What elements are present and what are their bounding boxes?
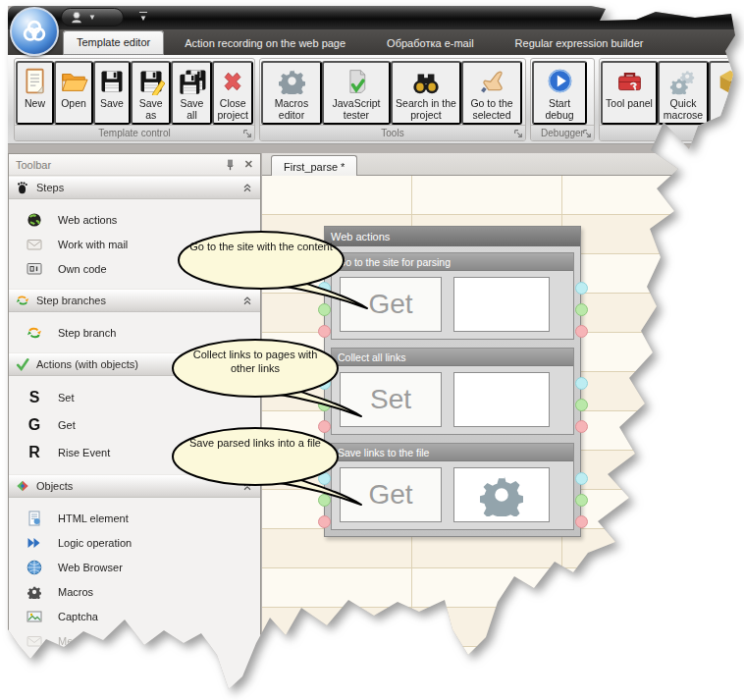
save-icon [98,65,126,97]
envelope-icon [26,237,43,252]
collapse-chevrons-icon[interactable] [241,182,253,193]
callout-collect-links: Collect links to pages with other links [169,338,365,424]
ribbon-tab-bar: Template editor Action recording on the … [8,29,736,55]
picture-icon [26,609,43,624]
script-check-icon [343,65,370,97]
gear-icon [279,65,305,97]
connection-point-pink[interactable] [575,515,588,528]
open-folder-icon [59,65,88,97]
ribbon-group-tools: Macros editor JavaScript tester Search i… [259,58,526,141]
package-icon [716,65,744,97]
customize-quick-access-icon[interactable]: ▼ [139,12,147,23]
open-button[interactable]: Open [54,61,93,125]
globe-icon[interactable] [453,277,550,332]
flow-block-collect-links[interactable]: Collect all links Set [331,348,574,435]
new-document-icon [21,65,49,97]
tab-action-recording[interactable]: Action recording on the web page [164,31,366,55]
close-project-icon [219,65,246,97]
flow-block-save-links[interactable]: Save links to the file Get [331,443,574,530]
dialog-launcher-icon[interactable] [582,129,592,138]
tool-panel-button[interactable]: Tool panel [601,61,658,125]
chevron-down-icon[interactable]: ▼ [88,14,96,22]
html-page-icon [26,511,43,526]
toolbox-item-captcha[interactable]: Captcha [9,604,260,628]
toolbox-item-own-script[interactable]: Own scr [9,653,260,677]
gears-icon [668,65,698,97]
document-tab-first-parse[interactable]: First_parse * [271,155,357,177]
globe-blue-icon [26,560,43,575]
panel-title: Toolbar [16,159,51,171]
globe-dark-icon [26,212,43,228]
globe-icon[interactable] [453,372,550,427]
callout-goto-site: Go to the site with the content [175,230,371,316]
toolbox-item-web-actions[interactable]: Web actions [9,207,260,232]
save-as-button[interactable]: Save as [131,61,171,125]
ribbon: New Open Save Save as Save all Close pro… [8,55,736,144]
dialog-launcher-icon[interactable] [242,129,252,138]
connection-point-pink[interactable] [575,420,588,433]
save-all-icon [176,65,207,97]
binoculars-icon [411,65,441,97]
connection-point-cyan[interactable] [575,282,588,295]
connection-point-pink[interactable] [318,515,331,528]
new-button[interactable]: New [16,61,54,125]
branch-arrows-icon [16,294,29,307]
save-as-icon [137,65,165,97]
save-all-button[interactable]: Save all [171,61,212,125]
letter-s-icon: S [26,389,43,406]
dialog-launcher-icon[interactable] [513,129,523,138]
pin-icon[interactable] [224,158,237,171]
ribbon-group-panels: Tool panel Quick macrose [599,58,744,141]
toolbox-item-web-browser[interactable]: Web Browser [9,555,260,579]
gear-icon [26,585,43,599]
save-button[interactable]: Save [93,61,131,125]
ribbon-group-template-control: New Open Save Save as Save all Close pro… [14,58,255,141]
connection-point-cyan[interactable] [575,472,588,485]
close-project-button[interactable]: Close project [212,61,253,125]
toolbar-panel-header: Toolbar ✕ [9,154,260,176]
green-check-icon [16,357,29,371]
tab-email-processing[interactable]: Обработка e-mail [366,31,494,55]
gear-icon[interactable] [453,467,550,522]
letter-g-icon: G [26,416,43,434]
toolbox-item-message-dialog[interactable]: Message d [9,628,260,653]
play-icon [546,65,574,97]
go-to-selected-button[interactable]: Go to the selected [461,61,522,125]
search-in-project-button[interactable]: Search in the project [391,61,461,125]
connection-point-green[interactable] [575,494,588,507]
tab-regex-builder[interactable]: Regular expression builder [495,31,664,55]
document-tab-strip: First_parse * [262,153,736,176]
macros-editor-button[interactable]: Macros editor [261,61,322,125]
pointing-hand-icon [478,65,506,97]
torn-screenshot: ▼ ▼ Template editor Action recording on … [8,6,736,697]
close-icon[interactable]: ✕ [244,159,253,170]
tab-template-editor[interactable]: Template editor [63,30,164,55]
connection-point-green[interactable] [575,399,588,411]
branch-arrows-icon [26,325,43,341]
blob-icon [26,658,43,673]
app-logo-knot-icon [20,17,49,46]
callout-save-links: Save parsed links into a file [169,426,365,512]
connection-point-pink[interactable] [318,325,331,338]
double-arrow-icon [26,535,43,551]
package-button[interactable] [709,61,744,125]
quick-macros-button[interactable]: Quick macrose [658,61,709,125]
envelope-icon [26,633,43,649]
code-display-icon [26,261,43,277]
start-debug-button[interactable]: Start debug [532,61,587,125]
connection-point-cyan[interactable] [575,377,588,390]
toolbox-item-logic-operation[interactable]: Logic operation [9,530,260,555]
javascript-tester-button[interactable]: JavaScript tester [322,61,391,125]
letter-r-icon: R [26,444,43,461]
objects-icon [16,479,29,493]
application-menu-button[interactable] [10,7,59,56]
toolbox-item-macros[interactable]: Macros [9,579,260,604]
connection-point-pink[interactable] [575,325,588,338]
user-profile-icon [70,11,83,25]
ribbon-group-debugger: Start debug Debugger [530,58,595,141]
connection-point-green[interactable] [575,303,588,316]
footprints-icon [16,181,29,194]
toolbox-icon [615,65,644,97]
section-header-steps[interactable]: Steps [9,176,260,199]
quick-access-toolbar[interactable]: ▼ [61,8,124,27]
